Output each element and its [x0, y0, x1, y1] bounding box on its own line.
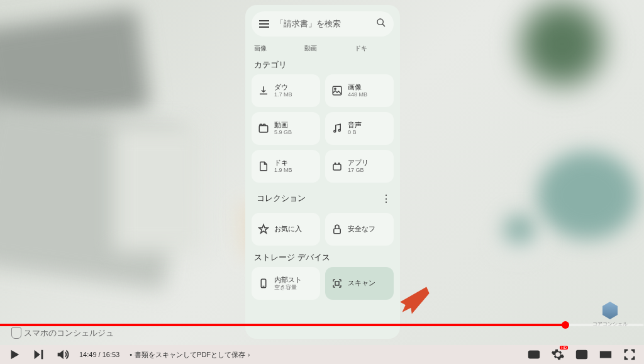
tile-safe[interactable]: 安全なフ	[325, 213, 394, 246]
video-area: 「請求書」を検索 画像 動画 ドキ カテゴリ ダウ1.7 MB 画像448 MB…	[0, 0, 644, 345]
tile-label: 内部スト	[274, 276, 302, 284]
tile-sub: 0 B	[348, 129, 362, 136]
volume-button[interactable]	[55, 348, 69, 361]
chapter-label: 書類をスキャンしてPDFとして保存	[135, 350, 245, 360]
tile-label: 動画	[274, 121, 292, 129]
watermark: スマホのコンシェルジュ	[11, 327, 114, 339]
filter-other[interactable]: ドキ	[355, 44, 367, 53]
tile-videos[interactable]: 動画5.9 GB	[252, 112, 320, 145]
theater-button[interactable]	[599, 348, 613, 361]
watermark-text: スマホのコンシェルジュ	[24, 327, 114, 339]
tile-label: 音声	[348, 121, 362, 129]
subtitles-button[interactable]	[527, 348, 541, 361]
svg-point-6	[338, 130, 340, 132]
progress-scrubber[interactable]	[562, 321, 569, 329]
tile-sub: 448 MB	[348, 91, 367, 98]
play-button[interactable]	[8, 348, 21, 361]
search-bar[interactable]: 「請求書」を検索	[252, 11, 394, 37]
svg-rect-10	[334, 229, 341, 234]
svg-line-1	[382, 24, 385, 26]
tile-label: アプリ	[348, 159, 369, 167]
arrow-annotation	[391, 278, 430, 317]
collections-grid: お気に入 安全なフ	[252, 213, 394, 246]
storage-grid: 内部スト空き容量 スキャン	[252, 267, 394, 300]
phone-icon	[258, 278, 269, 289]
duration: 16:53	[103, 351, 120, 358]
image-icon	[331, 85, 343, 96]
shield-icon	[11, 327, 21, 339]
audio-icon	[331, 123, 343, 134]
tile-label: 画像	[348, 83, 367, 91]
download-icon	[258, 85, 269, 96]
section-storage: ストレージ デバイス	[254, 252, 391, 263]
filter-videos[interactable]: 動画	[304, 44, 317, 53]
tile-audio[interactable]: 音声0 B	[325, 112, 394, 145]
filter-row: 画像 動画 ドキ	[254, 44, 391, 53]
tile-docs[interactable]: ドキ1.9 MB	[252, 150, 320, 183]
section-categories: カテゴリ	[254, 59, 391, 71]
chapter-title[interactable]: • 書類をスキャンしてPDFとして保存 ›	[130, 350, 250, 360]
menu-icon[interactable]	[259, 20, 269, 28]
miniplayer-button[interactable]	[575, 348, 589, 361]
tile-label: お気に入	[274, 225, 302, 233]
document-icon	[258, 161, 269, 172]
tile-sub: 5.9 GB	[274, 129, 292, 136]
svg-rect-14	[529, 351, 540, 358]
tile-sub: 1.9 MB	[274, 167, 292, 174]
tile-images[interactable]: 画像448 MB	[325, 74, 394, 107]
progress-bar[interactable]	[0, 324, 644, 326]
svg-rect-19	[601, 351, 611, 357]
svg-rect-18	[582, 355, 586, 358]
search-placeholder: 「請求書」を検索	[275, 18, 370, 30]
fullscreen-button[interactable]	[623, 348, 636, 361]
tile-apps[interactable]: アプリ17 GB	[325, 150, 394, 183]
time-display: 14:49 / 16:53	[79, 351, 119, 358]
star-icon	[258, 224, 269, 235]
svg-rect-13	[335, 282, 339, 285]
lock-icon	[331, 224, 343, 235]
current-time: 14:49	[79, 351, 97, 358]
video-icon	[258, 123, 269, 134]
tile-sub: 17 GB	[348, 167, 369, 174]
filter-images[interactable]: 画像	[254, 44, 267, 53]
svg-rect-4	[259, 126, 268, 133]
tile-internal[interactable]: 内部スト空き容量	[252, 267, 320, 300]
svg-point-5	[334, 130, 336, 132]
tile-label: ドキ	[274, 159, 292, 167]
phone-screen: 「請求書」を検索 画像 動画 ドキ カテゴリ ダウ1.7 MB 画像448 MB…	[245, 5, 400, 339]
tile-downloads[interactable]: ダウ1.7 MB	[252, 74, 320, 107]
svg-rect-2	[333, 86, 341, 95]
next-button[interactable]	[31, 348, 45, 361]
search-icon[interactable]	[376, 18, 386, 30]
tile-sub: 1.7 MB	[274, 91, 292, 98]
apps-icon	[331, 161, 343, 172]
tile-scan[interactable]: スキャン	[325, 267, 394, 300]
bg-teacup	[494, 212, 551, 256]
more-icon[interactable]: ⋮	[381, 193, 391, 205]
hd-badge: HD	[560, 346, 568, 350]
categories-grid: ダウ1.7 MB 画像448 MB 動画5.9 GB 音声0 B ドキ1.9 M…	[252, 74, 394, 183]
bg-notebook2	[113, 126, 201, 252]
svg-point-3	[335, 88, 336, 89]
tile-sub: 空き容量	[274, 284, 302, 291]
svg-point-0	[377, 19, 383, 25]
bg-plant	[506, 0, 619, 101]
bg-teapot	[537, 151, 638, 239]
chevron-right-icon: ›	[248, 351, 250, 358]
settings-button[interactable]: HD	[551, 348, 565, 361]
svg-rect-7	[333, 164, 341, 170]
tile-favorites[interactable]: お気に入	[252, 213, 320, 246]
scan-icon	[331, 278, 343, 289]
tile-label: スキャン	[348, 279, 375, 287]
tile-label: ダウ	[274, 83, 292, 91]
section-collections: コレクション	[257, 193, 306, 204]
tile-label: 安全なフ	[348, 225, 375, 233]
player-controls: 14:49 / 16:53 • 書類をスキャンしてPDFとして保存 › HD	[0, 345, 644, 364]
progress-played	[0, 324, 565, 326]
